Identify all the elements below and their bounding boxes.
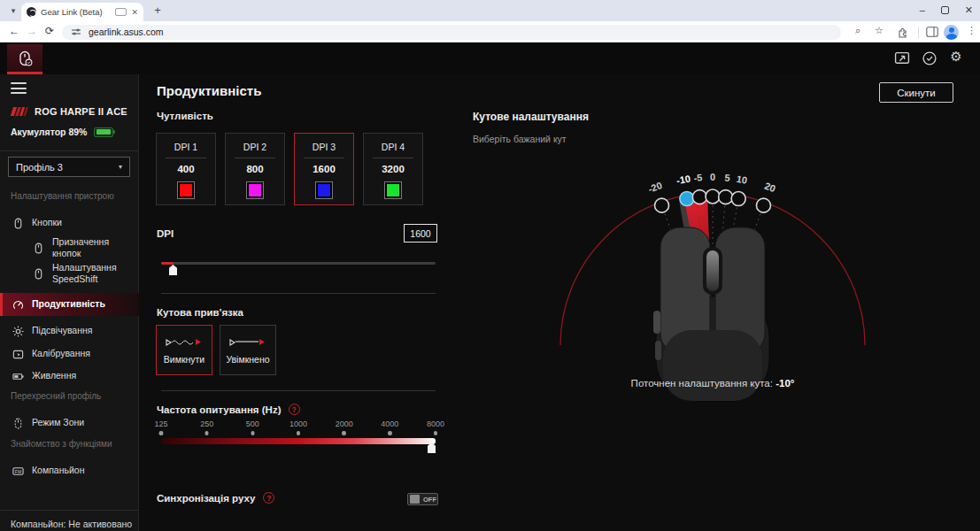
polling-slider-track[interactable] bbox=[161, 438, 436, 444]
forward-button[interactable]: → bbox=[25, 25, 39, 37]
hamburger-menu-icon[interactable] bbox=[11, 82, 27, 94]
toolbar-divider bbox=[918, 27, 919, 38]
motion-sync-toggle[interactable]: OFF bbox=[407, 493, 438, 505]
browser-tab[interactable]: Gear Link (Beta) ✕ bbox=[21, 3, 143, 21]
address-bar[interactable]: gearlink.asus.com bbox=[62, 25, 841, 40]
dpi-card-1[interactable]: DPI 1 400 bbox=[156, 133, 216, 205]
companion-status: Компаньйон: Не активовано bbox=[11, 519, 132, 529]
gauge-angle-node--10[interactable] bbox=[680, 192, 694, 206]
profile-selector-value: Профіль 3 bbox=[16, 162, 119, 173]
memory-saver-icon bbox=[115, 8, 127, 16]
section-header-feature-intro: Знайомство з функціями bbox=[11, 439, 112, 449]
tab-search-icon[interactable]: ▾ bbox=[7, 4, 19, 17]
window-close-button[interactable]: ✕ bbox=[965, 2, 973, 18]
mouse-icon bbox=[12, 218, 24, 229]
mouse-device-icon bbox=[16, 50, 34, 67]
polling-tick: 2000 bbox=[336, 419, 353, 435]
gauge-angle-node--5[interactable] bbox=[692, 190, 706, 204]
dpi-color-swatch bbox=[384, 181, 402, 199]
polling-tick: 500 bbox=[246, 419, 259, 435]
sidebar-item-power[interactable]: Живлення bbox=[0, 366, 139, 387]
dpi-slider-handle[interactable] bbox=[169, 265, 177, 275]
current-angle-value: -10° bbox=[776, 378, 794, 389]
brightness-icon bbox=[12, 326, 24, 337]
dpi-card-2[interactable]: DPI 2 800 bbox=[225, 133, 285, 205]
dpi-slider-track[interactable] bbox=[161, 262, 436, 265]
menu-dots-icon[interactable]: ⋮ bbox=[967, 25, 976, 36]
main-panel: Продуктивність Скинути Чутливість DPI 1 … bbox=[139, 74, 980, 531]
gauge-angle-label: -20 bbox=[646, 180, 663, 195]
sidebar-item-button-assignment[interactable]: Призначення кнопок bbox=[0, 237, 139, 258]
sidebar-item-zone-mode[interactable]: Режим Зони bbox=[0, 412, 139, 434]
dpi-card-4[interactable]: DPI 4 3200 bbox=[363, 133, 423, 205]
sidebar-item-calibration[interactable]: Калібрування bbox=[0, 343, 139, 365]
mouse-icon bbox=[33, 242, 44, 254]
back-button[interactable]: ← bbox=[7, 25, 21, 37]
sensitivity-label: Чутливість bbox=[157, 111, 213, 121]
gauge-angle-node-0[interactable] bbox=[706, 189, 720, 204]
tab-close-icon[interactable]: ✕ bbox=[131, 8, 138, 17]
mouse-zone-icon bbox=[12, 418, 24, 429]
toggle-state-text: OFF bbox=[423, 496, 436, 504]
divider bbox=[161, 293, 436, 294]
gauge-angle-node-20[interactable] bbox=[756, 198, 770, 212]
polling-tick: 8000 bbox=[427, 419, 444, 435]
browser-tabstrip: ▾ Gear Link (Beta) ✕ + – ✕ bbox=[0, 0, 980, 21]
app-window: ▾ Gear Link (Beta) ✕ + – ✕ ← → ⟳ gearlin… bbox=[0, 0, 980, 531]
page-title: Продуктивність bbox=[157, 83, 261, 98]
angle-snapping-options: Вимкнути Увімкнено bbox=[156, 325, 276, 375]
window-minimize-button[interactable]: – bbox=[920, 2, 925, 18]
dpi-slider[interactable] bbox=[161, 260, 436, 274]
update-check-icon[interactable] bbox=[922, 50, 938, 66]
angle-snapping-on-button[interactable]: Увімкнено bbox=[220, 325, 276, 375]
gauge-angle-label: 20 bbox=[763, 181, 777, 194]
battery-icon bbox=[12, 371, 24, 382]
zoom-icon[interactable]: ⌕ bbox=[855, 25, 860, 36]
device-tab-mouse[interactable] bbox=[7, 44, 42, 74]
screen-share-icon[interactable] bbox=[894, 50, 910, 66]
divider bbox=[161, 390, 436, 391]
dpi-card-3-selected[interactable]: DPI 3 1600 bbox=[294, 133, 354, 205]
site-info-icon[interactable] bbox=[71, 27, 81, 37]
gearlink-header: ⚙ bbox=[0, 42, 980, 74]
polling-rate-label: Частота опитування (Hz) bbox=[157, 404, 282, 415]
angle-snapping-label: Кутова прив'язка bbox=[157, 307, 243, 318]
gauge-angle-node--20[interactable] bbox=[655, 198, 669, 212]
motion-sync-help-icon[interactable]: ? bbox=[263, 492, 274, 504]
section-header-device-settings: Налаштування пристрою bbox=[11, 191, 114, 201]
angle-snapping-off-button[interactable]: Вимкнути bbox=[156, 325, 212, 375]
reset-button[interactable]: Скинути bbox=[879, 82, 953, 103]
dpi-value-input[interactable]: 1600 bbox=[404, 224, 437, 242]
mouse-icon bbox=[33, 268, 44, 280]
gauge-angle-node-10[interactable] bbox=[731, 192, 745, 206]
extensions-puzzle-icon[interactable] bbox=[898, 27, 909, 38]
sidebar-item-companion[interactable]: FM Компаньйон bbox=[0, 460, 139, 481]
motion-sync-label: Синхронізація руху bbox=[157, 493, 255, 504]
svg-text:FM: FM bbox=[15, 468, 21, 473]
settings-gear-icon[interactable]: ⚙ bbox=[948, 49, 964, 65]
gauge-angle-label: 5 bbox=[724, 172, 730, 182]
dpi-preset-cards: DPI 1 400 DPI 2 800 DPI 3 1600 DPI 4 320… bbox=[156, 133, 423, 205]
bookmark-star-icon[interactable]: ☆ bbox=[875, 25, 884, 36]
dpi-color-swatch bbox=[246, 181, 264, 199]
angle-panel-subtitle: Виберіть бажаний кут bbox=[473, 134, 567, 144]
polling-tick: 1000 bbox=[289, 419, 307, 435]
speedometer-icon bbox=[12, 299, 24, 311]
polling-help-icon[interactable]: ? bbox=[289, 404, 300, 415]
window-maximize-button[interactable] bbox=[941, 6, 949, 14]
new-tab-button[interactable]: + bbox=[150, 4, 165, 18]
sidebar-item-performance[interactable]: Продуктивність bbox=[0, 293, 139, 316]
gauge-angle-node-5[interactable] bbox=[719, 190, 733, 204]
polling-rate-slider[interactable]: 125 250 500 1000 2000 4000 8000 bbox=[161, 419, 436, 455]
dpi-color-swatch bbox=[177, 181, 195, 199]
sidebar-item-speedshift[interactable]: Налаштування SpeedShift bbox=[0, 258, 139, 289]
url-text: gearlink.asus.com bbox=[89, 27, 164, 37]
profile-selector[interactable]: Профіль 3 ▾ bbox=[8, 157, 130, 177]
sidebar-divider bbox=[0, 510, 139, 511]
sidebar-item-buttons[interactable]: Кнопки bbox=[0, 212, 139, 234]
dpi-color-swatch bbox=[315, 181, 333, 199]
side-panel-icon[interactable] bbox=[926, 27, 938, 37]
profile-avatar[interactable] bbox=[944, 25, 959, 40]
reload-button[interactable]: ⟳ bbox=[42, 25, 57, 37]
sidebar-item-lighting[interactable]: Підсвічування bbox=[0, 320, 139, 342]
